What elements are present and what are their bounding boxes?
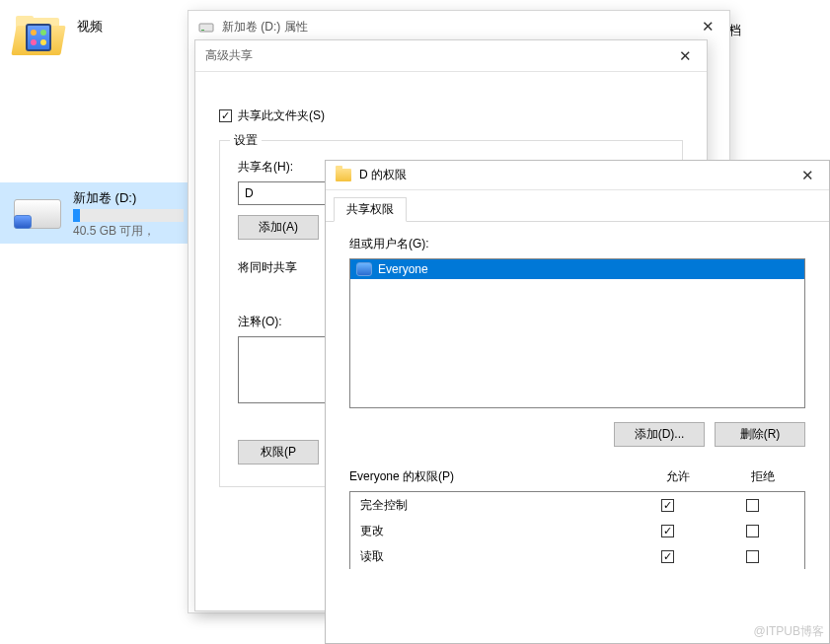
- users-icon: [356, 262, 372, 276]
- window-title: 新加卷 (D:) 属性: [222, 19, 686, 36]
- window-title: 高级共享: [205, 47, 663, 64]
- deny-header: 拒绝: [720, 468, 805, 485]
- table-row: 完全控制✓: [350, 492, 804, 518]
- checkbox-label: 共享此文件夹(S): [238, 107, 325, 124]
- allow-checkbox[interactable]: ✓: [661, 525, 674, 537]
- drive-mini-icon: [198, 19, 214, 35]
- remove-user-button[interactable]: 删除(R): [715, 422, 805, 447]
- drive-title: 新加卷 (D:): [73, 189, 180, 207]
- checkbox-icon: ✓: [219, 109, 232, 122]
- share-badge-icon: [14, 215, 32, 229]
- desktop-folder-label: 视频: [77, 16, 103, 36]
- titlebar[interactable]: D 的权限 ✕: [326, 161, 829, 190]
- folder-icon: [14, 16, 65, 59]
- allow-checkbox[interactable]: ✓: [661, 499, 674, 512]
- allow-checkbox[interactable]: ✓: [661, 550, 674, 563]
- deny-checkbox[interactable]: [746, 525, 759, 537]
- close-icon[interactable]: ✕: [786, 161, 829, 190]
- group-users-label: 组或用户名(G):: [349, 236, 805, 252]
- allow-header: 允许: [636, 468, 720, 485]
- tab-share-permissions[interactable]: 共享权限: [334, 197, 407, 222]
- deny-checkbox[interactable]: [746, 550, 759, 563]
- titlebar[interactable]: 高级共享 ✕: [195, 40, 707, 72]
- titlebar[interactable]: 新加卷 (D:) 属性 ✕: [189, 11, 729, 42]
- window-title: D 的权限: [359, 167, 786, 183]
- permissions-for-label: Everyone 的权限(P): [349, 468, 636, 485]
- close-icon[interactable]: ✕: [686, 12, 729, 41]
- users-list[interactable]: Everyone: [349, 258, 805, 408]
- permissions-button[interactable]: 权限(P: [238, 440, 319, 465]
- permission-name: 更改: [360, 523, 625, 539]
- permission-name: 读取: [360, 548, 625, 565]
- table-row: 读取✓: [350, 543, 804, 569]
- watermark: @ITPUB博客: [753, 623, 824, 640]
- list-item[interactable]: Everyone: [350, 259, 804, 279]
- svg-rect-1: [201, 30, 204, 31]
- folder-icon: [336, 168, 351, 183]
- permission-name: 完全控制: [360, 497, 625, 514]
- add-button[interactable]: 添加(A): [238, 215, 319, 240]
- drive-subtitle: 40.5 GB 可用，: [73, 223, 180, 240]
- share-folder-checkbox[interactable]: ✓ 共享此文件夹(S): [219, 107, 325, 124]
- add-user-button[interactable]: 添加(D)...: [614, 422, 705, 447]
- drive-usage-bar: [73, 209, 184, 222]
- fieldset-legend: 设置: [230, 132, 262, 149]
- desktop-folder-videos[interactable]: 视频: [14, 16, 103, 59]
- list-item-label: Everyone: [378, 262, 428, 276]
- deny-checkbox[interactable]: [746, 499, 759, 512]
- permissions-grid: 完全控制✓更改✓读取✓: [349, 491, 805, 569]
- drive-item[interactable]: 新加卷 (D:) 40.5 GB 可用，: [0, 182, 188, 244]
- tabs: 共享权限: [326, 196, 829, 222]
- table-row: 更改✓: [350, 518, 804, 543]
- close-icon[interactable]: ✕: [663, 41, 707, 71]
- window-permissions: D 的权限 ✕ 共享权限 组或用户名(G): Everyone 添加(D)...…: [325, 160, 830, 644]
